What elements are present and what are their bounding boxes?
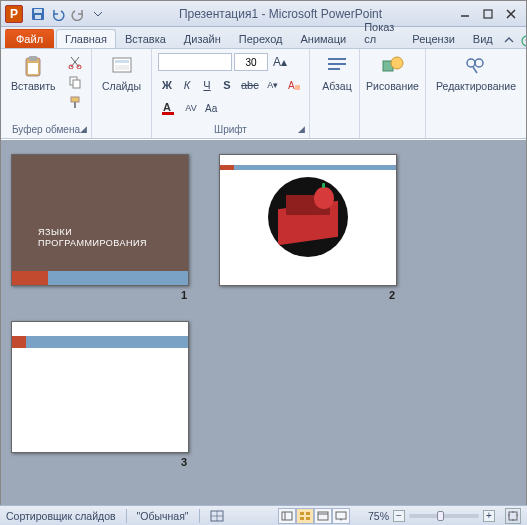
- group-clipboard: Вставить Буфер обмена◢: [1, 49, 92, 138]
- svg-line-30: [473, 67, 477, 73]
- tab-design[interactable]: Дизайн: [175, 29, 230, 48]
- copy-button[interactable]: [66, 73, 84, 91]
- sorter-view-button[interactable]: [296, 508, 314, 524]
- format-painter-button[interactable]: [66, 93, 84, 111]
- cut-button[interactable]: [66, 53, 84, 71]
- tab-home[interactable]: Главная: [56, 29, 116, 48]
- zoom-level[interactable]: 75%: [368, 510, 389, 522]
- group-drawing: Рисование .: [360, 49, 426, 138]
- status-bar: Сортировщик слайдов "Обычная" 75% − +: [0, 505, 527, 525]
- group-clipboard-label: Буфер обмена◢: [7, 123, 85, 136]
- svg-point-27: [391, 57, 403, 69]
- close-button[interactable]: [500, 6, 522, 22]
- paragraph-label: Абзац: [322, 81, 351, 93]
- svg-point-29: [475, 59, 483, 67]
- slide-number: 2: [389, 289, 397, 301]
- tab-animations[interactable]: Анимаци: [292, 29, 356, 48]
- tab-insert[interactable]: Вставка: [116, 29, 175, 48]
- maximize-button[interactable]: [477, 6, 499, 22]
- svg-rect-4: [484, 10, 492, 18]
- svg-text:A: A: [288, 80, 295, 91]
- zoom-thumb[interactable]: [437, 511, 444, 521]
- char-spacing-button[interactable]: AV: [182, 99, 200, 117]
- undo-button[interactable]: [49, 5, 67, 23]
- reading-view-button[interactable]: [314, 508, 332, 524]
- font-launcher[interactable]: ◢: [298, 124, 305, 134]
- svg-rect-15: [74, 102, 76, 108]
- drawing-button[interactable]: Рисование: [366, 53, 419, 95]
- underline-button[interactable]: Ч: [198, 76, 216, 94]
- save-button[interactable]: [29, 5, 47, 23]
- ribbon: Вставить Буфер обмена◢ Слайды . A▴: [1, 49, 526, 139]
- font-color-button[interactable]: A: [158, 99, 180, 117]
- svg-rect-38: [318, 512, 328, 520]
- qat-customize-button[interactable]: [89, 5, 107, 23]
- svg-rect-35: [306, 512, 310, 515]
- fit-to-window-button[interactable]: [505, 508, 521, 524]
- svg-rect-14: [71, 97, 79, 102]
- group-slides: Слайды .: [92, 49, 152, 138]
- view-buttons: [278, 508, 350, 524]
- group-font-label: Шрифт◢: [158, 123, 303, 136]
- svg-rect-37: [306, 517, 310, 520]
- font-size-select[interactable]: [234, 53, 268, 71]
- svg-rect-36: [300, 517, 304, 520]
- svg-rect-22: [162, 112, 174, 115]
- italic-button[interactable]: К: [178, 76, 196, 94]
- shrink-font-button[interactable]: A▾: [264, 76, 282, 94]
- font-family-select[interactable]: [158, 53, 232, 71]
- bold-button[interactable]: Ж: [158, 76, 176, 94]
- shadow-button[interactable]: S: [218, 76, 236, 94]
- grow-font-button[interactable]: A▴: [270, 53, 290, 71]
- change-case-button[interactable]: Aa: [202, 99, 220, 117]
- paragraph-icon: [325, 55, 349, 79]
- slide1-title: ЯЗЫКИ ПРОГРАММИРОВАНИЯ: [38, 227, 147, 250]
- svg-rect-18: [115, 65, 129, 70]
- language-icon[interactable]: [210, 510, 224, 522]
- editing-button[interactable]: Редактирование: [432, 53, 520, 95]
- tab-view[interactable]: Вид: [464, 29, 502, 48]
- help-button[interactable]: ?: [520, 34, 527, 48]
- svg-rect-20: [295, 85, 300, 90]
- tab-transitions[interactable]: Переход: [230, 29, 292, 48]
- slideshow-view-button[interactable]: [332, 508, 350, 524]
- svg-rect-13: [73, 80, 80, 88]
- slide-number: 3: [181, 456, 189, 468]
- paragraph-button[interactable]: Абзац: [316, 53, 358, 95]
- strike-button[interactable]: abc: [238, 76, 262, 94]
- slide-thumbnail-1[interactable]: ЯЗЫКИ ПРОГРАММИРОВАНИЯ 1: [11, 154, 189, 301]
- minimize-button[interactable]: [454, 6, 476, 22]
- zoom-out-button[interactable]: −: [393, 510, 405, 522]
- slides-label: Слайды: [102, 81, 141, 93]
- zoom-slider[interactable]: [409, 514, 479, 518]
- clear-format-button[interactable]: A: [284, 76, 304, 94]
- clipboard-icon: [21, 55, 45, 79]
- status-mode: Сортировщик слайдов: [6, 510, 116, 522]
- svg-rect-34: [300, 512, 304, 515]
- svg-rect-2: [35, 15, 41, 19]
- group-editing: Редактирование .: [426, 49, 526, 138]
- svg-rect-17: [115, 60, 129, 63]
- normal-view-button[interactable]: [278, 508, 296, 524]
- slide-thumbnail-2[interactable]: 2: [219, 154, 397, 301]
- paste-button[interactable]: Вставить: [7, 53, 60, 95]
- tab-review[interactable]: Рецензи: [403, 29, 464, 48]
- title-bar: P Презентация1 - Microsoft PowerPoint: [1, 1, 526, 27]
- redo-button[interactable]: [69, 5, 87, 23]
- zoom-in-button[interactable]: +: [483, 510, 495, 522]
- slides-button[interactable]: Слайды: [98, 53, 145, 95]
- svg-rect-41: [509, 512, 517, 520]
- tab-file[interactable]: Файл: [5, 29, 54, 48]
- slide-thumbnail-3[interactable]: 3: [11, 321, 189, 468]
- drawing-label: Рисование: [366, 81, 419, 93]
- tab-slideshow[interactable]: Показ сл: [355, 17, 403, 48]
- clipboard-launcher[interactable]: ◢: [80, 124, 87, 134]
- window-controls: [454, 6, 522, 22]
- minimize-ribbon-button[interactable]: [502, 34, 516, 48]
- svg-point-28: [467, 59, 475, 67]
- group-font: A▴ Ж К Ч S abc A▾ A A AV Aa Шрифт◢: [152, 49, 310, 138]
- slide-sorter-view[interactable]: ЯЗЫКИ ПРОГРАММИРОВАНИЯ 1 2: [1, 140, 526, 505]
- app-icon: P: [5, 5, 23, 23]
- shapes-icon: [381, 55, 405, 79]
- new-slide-icon: [110, 55, 134, 79]
